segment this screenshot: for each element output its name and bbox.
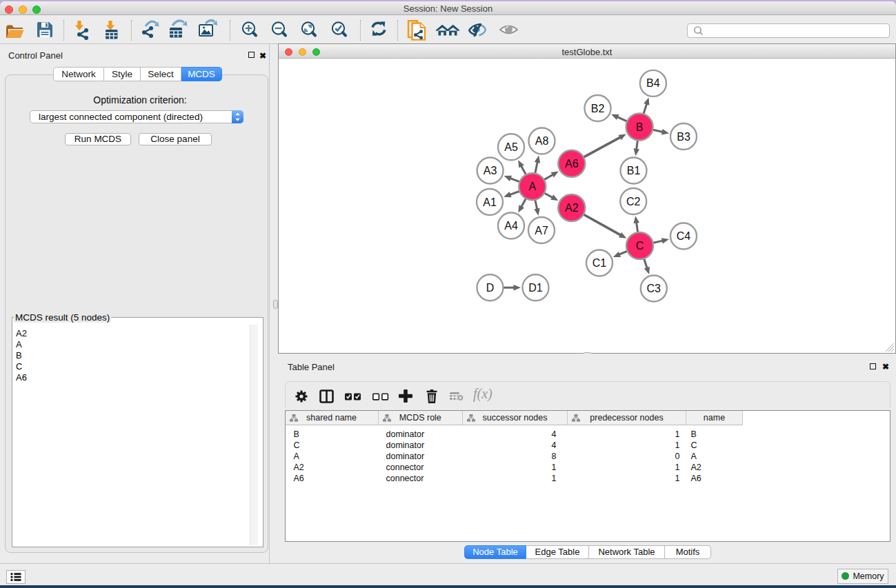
svg-text:C1: C1: [593, 257, 607, 269]
svg-text:B: B: [636, 121, 644, 132]
svg-text:A: A: [528, 181, 536, 192]
svg-text:A1: A1: [483, 196, 497, 207]
svg-text:A8: A8: [535, 135, 549, 147]
svg-text:D: D: [486, 281, 495, 293]
svg-text:A4: A4: [504, 220, 518, 232]
svg-text:C2: C2: [626, 195, 641, 207]
svg-text:A5: A5: [504, 141, 518, 152]
svg-text:A3: A3: [484, 165, 497, 176]
svg-text:B3: B3: [677, 130, 690, 142]
svg-text:C3: C3: [647, 283, 661, 294]
svg-text:B1: B1: [627, 165, 641, 176]
svg-text:D1: D1: [528, 281, 543, 293]
svg-text:B2: B2: [591, 102, 605, 114]
svg-text:A6: A6: [565, 157, 579, 169]
svg-text:A2: A2: [565, 202, 579, 214]
svg-text:A7: A7: [535, 224, 548, 236]
svg-text:C: C: [636, 240, 644, 252]
svg-text:B4: B4: [646, 77, 660, 89]
svg-text:C4: C4: [677, 230, 691, 242]
